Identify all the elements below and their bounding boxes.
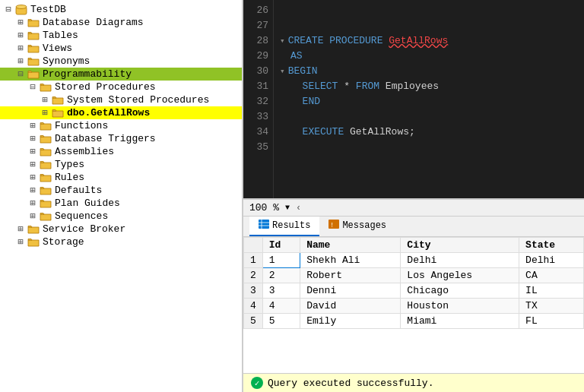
tree-item-sequences[interactable]: ⊞ Sequences — [0, 210, 242, 223]
cell-r4-c3[interactable]: FL — [519, 314, 584, 329]
table-row[interactable]: 22RobertLos AngelesCA — [244, 268, 584, 283]
table-row[interactable]: 55EmilyMiamiFL — [244, 314, 584, 329]
table-row[interactable]: 33DenniChicagoIL — [244, 283, 584, 299]
col-header-4[interactable]: State — [519, 238, 584, 253]
expand-icon-systemprocs[interactable]: ⊞ — [40, 95, 50, 106]
cell-r3-c3[interactable]: TX — [519, 299, 584, 314]
tree-item-defaults[interactable]: ⊞ Defaults — [0, 184, 242, 197]
expand-icon-programmability[interactable]: ⊟ — [15, 69, 26, 80]
cell-r4-c0[interactable]: 5 — [262, 314, 300, 329]
tree-item-types[interactable]: ⊞ Types — [0, 158, 242, 171]
expand-icon-diagrams[interactable]: ⊞ — [15, 17, 26, 28]
tree-item-functions[interactable]: ⊞ Functions — [0, 119, 242, 132]
tree-item-programmability[interactable]: ⊟ Programmability — [0, 68, 242, 81]
tree-item-storage[interactable]: ⊞ Storage — [0, 236, 242, 248]
tree-label-synonyms: Synonyms — [43, 55, 90, 67]
col-header-0[interactable] — [244, 238, 263, 253]
expand-icon-functions[interactable]: ⊞ — [27, 121, 38, 131]
expand-icon-tables[interactable]: ⊞ — [15, 30, 26, 41]
folder-icon-rules — [40, 172, 52, 182]
table-header: IdNameCityState — [244, 238, 584, 253]
tree-label-rules: Rules — [55, 172, 84, 183]
cell-r4-c1[interactable]: Emily — [300, 314, 401, 329]
line-num-31: 31 — [248, 79, 268, 94]
cell-r0-c0[interactable]: 1 — [262, 253, 300, 268]
tree-label-tables: Tables — [43, 30, 78, 41]
cell-r2-c1[interactable]: Denni — [300, 283, 401, 299]
row-num-3: 4 — [244, 299, 263, 314]
line-num-26: 26 — [248, 3, 268, 18]
expand-icon-sequences[interactable]: ⊞ — [27, 211, 38, 222]
tree-item-rules[interactable]: ⊞ Rules — [0, 171, 242, 184]
expand-icon-triggers[interactable]: ⊞ — [27, 134, 38, 144]
cell-r2-c2[interactable]: Chicago — [401, 283, 519, 299]
cell-r0-c3[interactable]: Delhi — [519, 253, 584, 268]
code-line-35 — [280, 140, 578, 155]
cell-r1-c3[interactable]: CA — [519, 268, 584, 283]
nav-left-icon[interactable]: ‹ — [296, 203, 301, 213]
tree-item-assemblies[interactable]: ⊞ Assemblies — [0, 145, 242, 158]
line-num-35: 35 — [248, 140, 268, 155]
expand-icon-servicebroker[interactable]: ⊞ — [15, 224, 26, 235]
tab-messages[interactable]: ! Messages — [319, 217, 395, 236]
folder-icon-getallrows — [52, 108, 64, 118]
collapse-btn-28[interactable]: ▾ — [280, 35, 285, 48]
cell-r3-c0[interactable]: 4 — [262, 299, 300, 314]
expand-icon-views[interactable]: ⊞ — [15, 43, 26, 54]
tab-results[interactable]: Results — [249, 217, 319, 236]
cell-r2-c0[interactable]: 3 — [262, 283, 300, 299]
expand-icon-rules[interactable]: ⊞ — [27, 172, 38, 183]
table-row[interactable]: 11Shekh AliDelhiDelhi — [244, 253, 584, 268]
collapse-btn-30[interactable]: ▾ — [280, 65, 285, 78]
tree-item-views[interactable]: ⊞ Views — [0, 42, 242, 55]
tree-label-types: Types — [55, 159, 84, 170]
cell-r3-c2[interactable]: Houston — [401, 299, 519, 314]
cell-r3-c1[interactable]: David — [300, 299, 401, 314]
cell-r0-c1[interactable]: Shekh Ali — [300, 253, 401, 268]
cell-r1-c2[interactable]: Los Angeles — [401, 268, 519, 283]
code-area[interactable]: ▾CREATE PROCEDURE GetAllRowsAS▾BEGIN SEL… — [274, 0, 584, 198]
results-table-container[interactable]: IdNameCityState 11Shekh AliDelhiDelhi22R… — [243, 237, 584, 373]
tree-label-sequences: Sequences — [55, 210, 108, 222]
cell-r2-c3[interactable]: IL — [519, 283, 584, 299]
tree-item-servicebroker[interactable]: ⊞ Service Broker — [0, 223, 242, 236]
col-header-2[interactable]: Name — [300, 238, 401, 253]
cell-r0-c2[interactable]: Delhi — [401, 253, 519, 268]
expand-icon-types[interactable]: ⊞ — [27, 160, 38, 170]
tree-item-planguides[interactable]: ⊞ Plan Guides — [0, 197, 242, 210]
tree-item-tables[interactable]: ⊞ Tables — [0, 29, 242, 42]
tree-item-getallrows[interactable]: ⊞ dbo.GetAllRows — [0, 106, 242, 119]
expand-icon-synonyms[interactable]: ⊞ — [15, 56, 26, 67]
col-header-1[interactable]: Id — [262, 238, 300, 253]
svg-rect-2 — [259, 220, 269, 229]
table-row[interactable]: 44DavidHoustonTX — [244, 299, 584, 314]
tree-item-synonyms[interactable]: ⊞ Synonyms — [0, 55, 242, 68]
zoom-arrow-icon[interactable]: ▼ — [285, 204, 290, 212]
expand-icon-assemblies[interactable]: ⊞ — [27, 147, 38, 157]
cell-r1-c0[interactable]: 2 — [262, 268, 300, 283]
code-line-26 — [280, 3, 578, 18]
expand-icon-defaults[interactable]: ⊞ — [27, 185, 38, 196]
tree-item-triggers[interactable]: ⊞ Database Triggers — [0, 132, 242, 145]
expand-icon-storedprocs[interactable]: ⊟ — [27, 82, 38, 93]
folder-icon-sequences — [40, 211, 52, 221]
tree-item-systemprocs[interactable]: ⊞ System Stored Procedures — [0, 93, 242, 106]
tree-label-getallrows: dbo.GetAllRows — [67, 107, 150, 119]
row-num-1: 2 — [244, 268, 263, 283]
col-header-3[interactable]: City — [401, 238, 519, 253]
expand-icon-testdb[interactable]: ⊟ — [3, 5, 14, 15]
tree-item-storedprocs[interactable]: ⊟ Stored Procedures — [0, 81, 242, 93]
tree-label-systemprocs: System Stored Procedures — [67, 94, 209, 106]
tree-item-diagrams[interactable]: ⊞ Database Diagrams — [0, 16, 242, 29]
expand-icon-storage[interactable]: ⊞ — [15, 237, 26, 248]
folder-icon-types — [40, 160, 52, 169]
expand-icon-planguides[interactable]: ⊞ — [27, 198, 38, 209]
tab-label-messages: Messages — [342, 220, 386, 231]
expand-icon-getallrows[interactable]: ⊞ — [40, 108, 50, 119]
cell-r1-c1[interactable]: Robert — [300, 268, 401, 283]
folder-icon-tables — [27, 30, 40, 40]
folder-icon-triggers — [40, 134, 52, 144]
tree-item-testdb[interactable]: ⊟ TestDB — [0, 3, 242, 16]
tree-label-triggers: Database Triggers — [55, 133, 156, 144]
cell-r4-c2[interactable]: Miami — [401, 314, 519, 329]
